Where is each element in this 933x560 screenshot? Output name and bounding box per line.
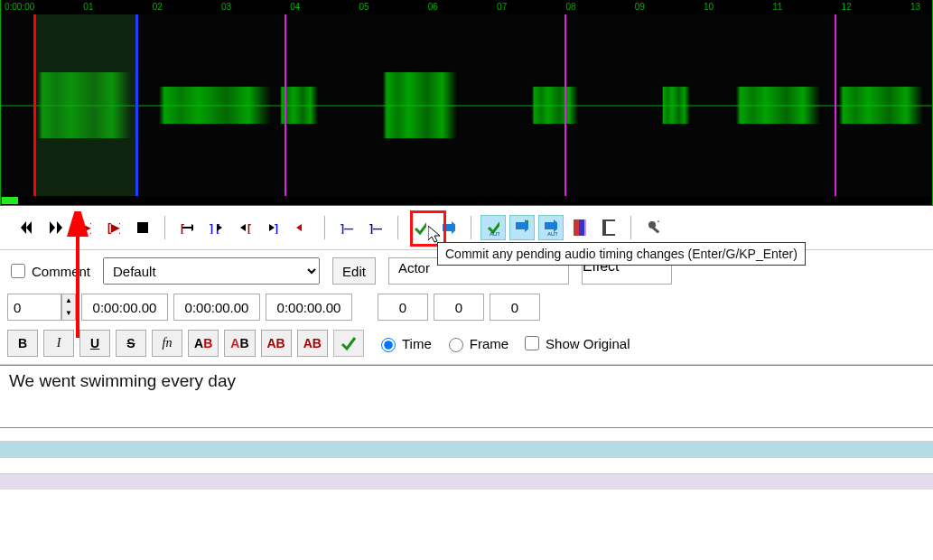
layer-spinner[interactable]: ▲ ▼ [61, 294, 76, 321]
progress-fill [2, 197, 18, 204]
play-selection-button[interactable]: [▶] [101, 215, 126, 240]
auto-commit-check-button[interactable]: AUTO [480, 215, 506, 240]
color-secondary-button[interactable]: AB [224, 330, 255, 357]
show-original-checkbox[interactable]: Show Original [521, 333, 630, 353]
comment-checkbox[interactable]: Comment [7, 261, 90, 281]
underline-button[interactable]: U [79, 330, 110, 357]
frame-radio[interactable]: Frame [444, 335, 508, 352]
stop-button[interactable] [130, 215, 155, 240]
waveform-burst [532, 87, 579, 123]
progress-strip[interactable] [1, 196, 932, 205]
commit-text-button[interactable] [333, 330, 364, 357]
subtitle-timing-row: ▲ ▼ [0, 288, 933, 326]
time-tick: 08 [565, 2, 575, 12]
tooltip-text: Commit any pending audio timing changes … [445, 247, 798, 261]
next-cue-button[interactable]: ] [261, 215, 286, 240]
audio-toolbar: [▶] [▶] [ ] [ [ [0, 206, 933, 250]
svg-rect-26 [574, 219, 579, 236]
cue-end-marker[interactable] [135, 14, 138, 196]
layer-down-button[interactable]: ▼ [62, 307, 75, 320]
style-select[interactable]: Default [103, 257, 320, 285]
shift-range-button[interactable] [290, 215, 315, 240]
svg-marker-2 [26, 221, 32, 234]
color-shadow-button[interactable]: AB [297, 330, 328, 357]
bold-button[interactable]: B [7, 330, 38, 357]
prev-cue-button[interactable]: [ [232, 215, 257, 240]
subtitle-text-editor[interactable]: We went swimming every day [0, 365, 933, 428]
margin-left-input[interactable] [378, 294, 428, 321]
show-original-input[interactable] [525, 336, 539, 350]
time-label: Time [402, 336, 432, 351]
svg-text:[▶]: [▶] [107, 221, 120, 234]
time-tick: 04 [290, 2, 300, 12]
svg-marker-13 [240, 224, 246, 231]
layer-input[interactable] [7, 294, 61, 321]
keyframe-marker-1[interactable] [564, 14, 566, 196]
commit-next-button[interactable] [436, 215, 462, 240]
comment-label: Comment [32, 264, 90, 279]
set-start-button[interactable]: ]——[ [334, 215, 359, 240]
rewind-start-button[interactable] [14, 215, 40, 240]
margin-right-input[interactable] [434, 294, 484, 321]
comment-checkbox-input[interactable] [11, 264, 25, 278]
waveform-burst [383, 72, 457, 137]
time-tick: 05 [359, 2, 369, 12]
time-tick: 13 [910, 2, 920, 12]
edit-style-button[interactable]: Edit [332, 257, 376, 285]
color-primary-button[interactable]: AB [188, 330, 219, 357]
play-button[interactable]: [▶] [72, 215, 98, 240]
end-time-input[interactable] [173, 294, 260, 321]
font-name-button[interactable]: fn [152, 330, 182, 357]
keyframe-marker-0[interactable] [285, 14, 286, 196]
layer-up-button[interactable]: ▲ [62, 294, 75, 307]
selection-region[interactable] [33, 14, 135, 196]
commit-button[interactable] [407, 215, 433, 240]
karaoke-mic-button[interactable] [640, 215, 666, 240]
italic-button[interactable]: I [43, 330, 74, 357]
keyframe-marker-2[interactable] [835, 14, 836, 196]
set-end-button[interactable]: ]— [363, 215, 388, 240]
strike-button[interactable]: S [116, 330, 146, 357]
start-time-input[interactable] [81, 294, 168, 321]
grid-preview-strips [0, 441, 933, 490]
waveform-area[interactable] [1, 14, 932, 196]
tooltip: Commit any pending audio timing changes … [437, 242, 806, 266]
auto-scroll-button[interactable] [509, 215, 535, 240]
cue-start-marker[interactable] [33, 14, 36, 196]
margin-vertical-input[interactable] [490, 294, 540, 321]
show-original-label: Show Original [546, 336, 630, 351]
time-radio-input[interactable] [381, 338, 396, 352]
strip-blank [0, 457, 933, 473]
color-outline-button[interactable]: AB [261, 330, 292, 357]
play-prev-button[interactable] [43, 215, 69, 240]
svg-marker-1 [21, 221, 26, 234]
time-radio[interactable]: Time [377, 335, 432, 352]
duration-input[interactable] [266, 294, 352, 321]
svg-text:[: [ [247, 222, 251, 234]
waveform-burst [736, 87, 820, 123]
frame-radio-input[interactable] [449, 338, 463, 352]
time-tick: 06 [428, 2, 438, 12]
svg-text:]——[: ]——[ [341, 222, 353, 234]
edit-label: Edit [342, 264, 366, 279]
time-tick: 10 [704, 2, 714, 12]
auto-next-button[interactable]: AUTO [538, 215, 564, 240]
svg-marker-17 [296, 224, 302, 231]
svg-rect-7 [137, 222, 148, 233]
spectrum-button[interactable] [567, 215, 592, 240]
filmstrip-button[interactable] [596, 215, 621, 240]
svg-text:AUTO: AUTO [547, 231, 557, 237]
frame-label: Frame [470, 336, 508, 351]
time-ruler[interactable]: 0:00:0001020304050607080910111213 [1, 0, 932, 14]
time-tick: 01 [83, 2, 93, 12]
svg-marker-21 [443, 221, 455, 234]
time-tick: 02 [153, 2, 163, 12]
svg-text:]—: ]— [369, 222, 382, 234]
strip-teal [0, 441, 933, 457]
svg-rect-33 [652, 227, 659, 233]
selection-button[interactable]: ] [ [203, 215, 229, 240]
audio-waveform-panel[interactable]: 0:00:0001020304050607080910111213 [0, 0, 933, 206]
svg-marker-9 [191, 224, 193, 231]
lead-in-button[interactable]: [ [174, 215, 200, 240]
svg-rect-27 [579, 219, 584, 236]
